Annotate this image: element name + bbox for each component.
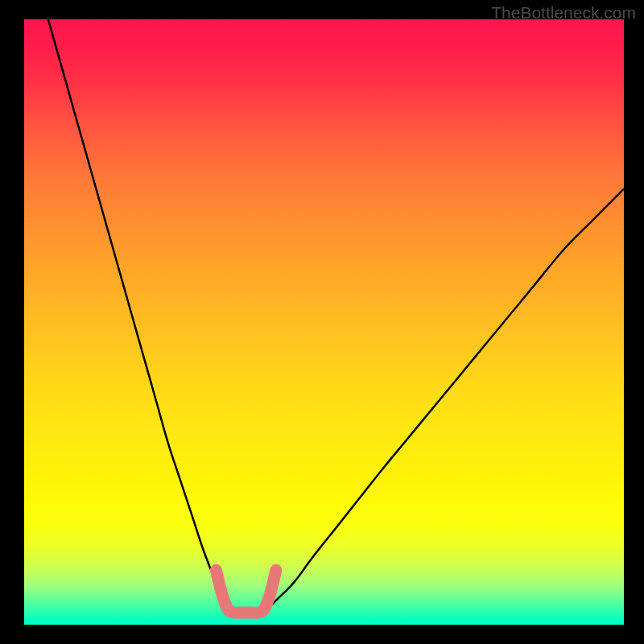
chart-container: TheBottleneck.com	[0, 0, 644, 644]
plot-area	[24, 19, 624, 625]
watermark-text: TheBottleneck.com	[491, 3, 636, 23]
bottleneck-curve-right	[264, 189, 624, 613]
chart-svg	[24, 19, 624, 625]
bottleneck-curve-left	[48, 19, 234, 613]
optimal-zone-marker	[216, 570, 276, 613]
